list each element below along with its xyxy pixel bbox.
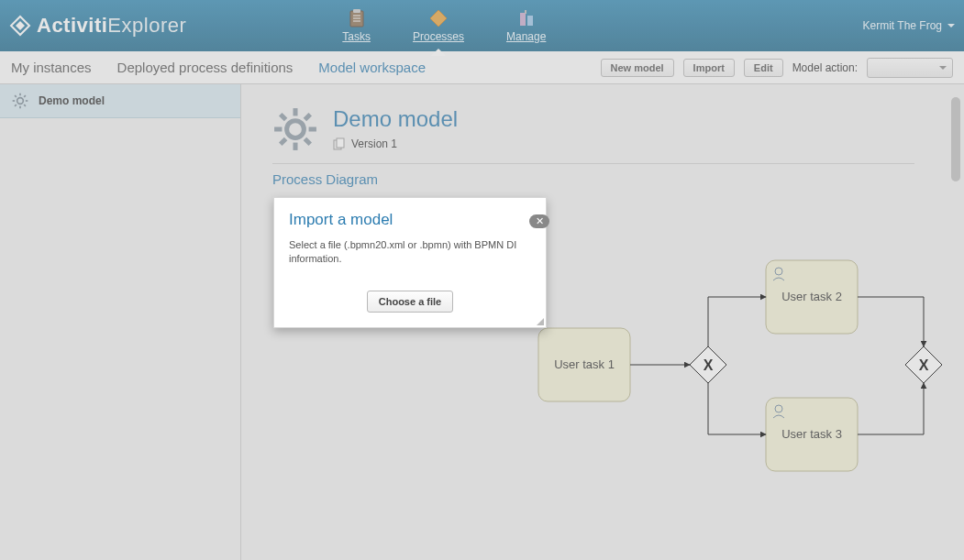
- import-modal: ✕ Import a model Select a file (.bpmn20.…: [273, 197, 547, 328]
- choose-file-button[interactable]: Choose a file: [367, 291, 453, 313]
- modal-actions: Choose a file: [274, 281, 546, 327]
- modal-overlay: ✕ Import a model Select a file (.bpmn20.…: [0, 0, 964, 560]
- modal-title: Import a model: [274, 198, 546, 238]
- modal-body: Select a file (.bpmn20.xml or .bpmn) wit…: [274, 238, 546, 281]
- close-icon: ✕: [536, 215, 544, 227]
- resize-handle[interactable]: [535, 316, 544, 325]
- modal-close-button[interactable]: ✕: [529, 214, 549, 228]
